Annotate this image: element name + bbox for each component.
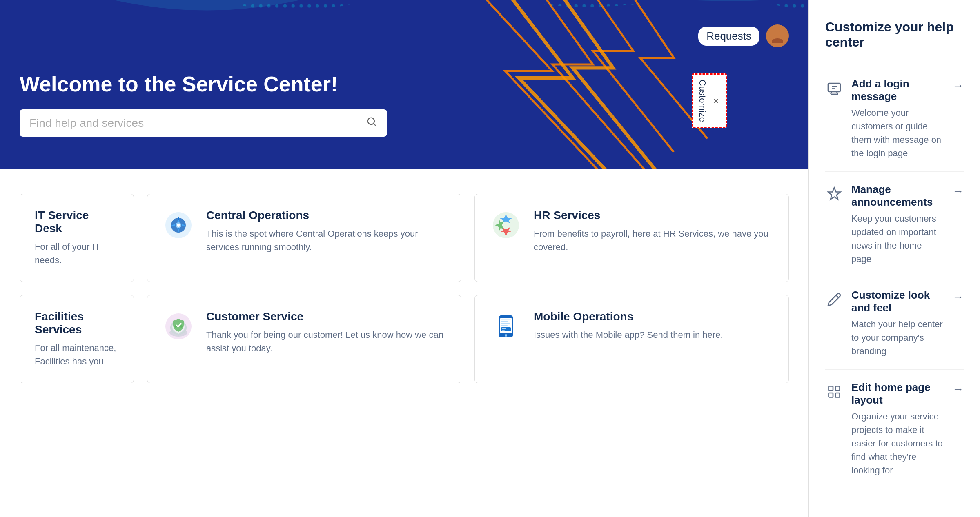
card-description: Thank you for being our customer! Let us… <box>206 328 446 355</box>
svg-rect-36 <box>829 393 833 397</box>
search-button[interactable] <box>366 116 377 130</box>
panel-item-content: Manage announcements Keep your customers… <box>851 183 944 266</box>
customize-tab-label: Customize <box>697 80 708 122</box>
card-title: Central Operations <box>206 209 446 222</box>
grid-icon <box>825 383 843 401</box>
hero-title: Welcome to the Service Center! <box>20 72 789 96</box>
arrow-right-icon: → <box>952 383 964 396</box>
panel-item-title: Edit home page layout <box>851 381 944 406</box>
svg-rect-24 <box>501 323 510 324</box>
svg-rect-34 <box>829 386 833 391</box>
panel-item-desc: Match your help center to your company's… <box>851 317 944 358</box>
svg-point-21 <box>505 334 507 337</box>
panel-item-customize[interactable]: Customize look and feel Match your help … <box>825 277 964 370</box>
cards-row-2: Facilities Services For all maintenance,… <box>20 295 789 383</box>
panel-item-title: Add a login message <box>851 78 944 103</box>
list-item[interactable]: Customer Service Thank you for being our… <box>147 295 461 383</box>
card-description: From benefits to payroll, here at HR Ser… <box>534 227 774 254</box>
svg-rect-28 <box>502 330 505 331</box>
arrow-right-icon: → <box>952 291 964 304</box>
list-item[interactable]: Facilities Services For all maintenance,… <box>20 295 134 383</box>
card-content: Central Operations This is the spot wher… <box>206 209 446 254</box>
list-item[interactable]: Central Operations This is the spot wher… <box>147 194 461 282</box>
cards-row-1: IT Service Desk For all of your IT needs… <box>20 194 789 282</box>
cards-section: IT Service Desk For all of your IT needs… <box>0 169 808 517</box>
svg-line-4 <box>374 124 376 126</box>
pencil-icon <box>825 291 843 308</box>
svg-rect-29 <box>828 83 840 92</box>
svg-rect-10 <box>178 217 179 220</box>
pin-icon <box>825 185 843 203</box>
card-icon <box>162 209 195 242</box>
card-title: IT Service Desk <box>35 209 119 235</box>
svg-rect-25 <box>501 325 508 326</box>
panel-item-title: Customize look and feel <box>851 289 944 314</box>
customize-tab[interactable]: Customize × <box>692 73 727 128</box>
right-panel: Customize your help center Add a login m… <box>808 0 980 517</box>
card-icon <box>162 310 195 343</box>
svg-rect-27 <box>502 328 506 329</box>
hero-section: Requests Welcome to the Service Center! <box>0 0 808 169</box>
card-title: Mobile Operations <box>534 310 723 323</box>
arrow-right-icon: → <box>952 79 964 92</box>
card-description: For all maintenance, Facilities has you <box>35 341 119 368</box>
panel-item-desc: Keep your customers updated on important… <box>851 212 944 266</box>
close-icon[interactable]: × <box>711 95 722 106</box>
svg-rect-26 <box>501 327 511 331</box>
list-item[interactable]: IT Service Desk For all of your IT needs… <box>20 194 134 282</box>
search-bar <box>20 109 387 137</box>
panel-item-content: Customize look and feel Match your help … <box>851 289 944 358</box>
card-content: HR Services From benefits to payroll, he… <box>534 209 774 254</box>
card-title: Facilities Services <box>35 310 119 336</box>
panel-item-layout[interactable]: Edit home page layout Organize your serv… <box>825 370 964 488</box>
card-description: This is the spot where Central Operation… <box>206 227 446 254</box>
panel-item-desc: Organize your service projects to make i… <box>851 410 944 477</box>
card-content: Customer Service Thank you for being our… <box>206 310 446 355</box>
panel-item-content: Edit home page layout Organize your serv… <box>851 381 944 477</box>
search-input[interactable] <box>29 117 359 130</box>
svg-rect-35 <box>835 386 840 391</box>
svg-rect-22 <box>501 319 511 320</box>
arrow-right-icon: → <box>952 185 964 198</box>
svg-line-33 <box>836 295 839 298</box>
card-title: HR Services <box>534 209 774 222</box>
panel-item-content: Add a login message Welcome your custome… <box>851 78 944 160</box>
card-content: Mobile Operations Issues with the Mobile… <box>534 310 723 342</box>
panel-item-desc: Welcome your customers or guide them wit… <box>851 106 944 160</box>
list-item[interactable]: HR Services From benefits to payroll, he… <box>474 194 789 282</box>
panel-item-announcements[interactable]: Manage announcements Keep your customers… <box>825 172 964 277</box>
hero-content: Welcome to the Service Center! <box>20 72 789 137</box>
svg-rect-23 <box>501 321 508 322</box>
panel-title: Customize your help center <box>825 20 964 50</box>
main-content: Requests Welcome to the Service Center! <box>0 0 808 517</box>
svg-point-8 <box>177 224 180 227</box>
card-description: For all of your IT needs. <box>35 240 119 267</box>
card-title: Customer Service <box>206 310 446 323</box>
list-item[interactable]: Mobile Operations Issues with the Mobile… <box>474 295 789 383</box>
card-description: Issues with the Mobile app? Send them in… <box>534 328 723 342</box>
panel-item-title: Manage announcements <box>851 183 944 209</box>
card-icon <box>490 310 522 343</box>
svg-point-3 <box>368 118 374 124</box>
card-icon <box>490 209 522 242</box>
message-icon <box>825 79 843 97</box>
panel-item-login-message[interactable]: Add a login message Welcome your custome… <box>825 66 964 172</box>
svg-rect-37 <box>835 393 840 397</box>
